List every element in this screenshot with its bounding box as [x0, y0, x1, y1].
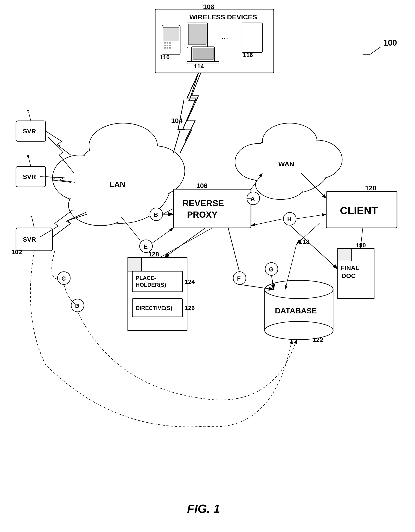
svg-line-131: [189, 73, 198, 100]
svg-rect-7: [164, 45, 166, 46]
svg-rect-16: [188, 24, 206, 45]
svg-text:PLACE-: PLACE-: [136, 275, 156, 281]
svg-text:120: 120: [365, 184, 376, 192]
svg-line-39: [29, 112, 31, 121]
svg-rect-12: [169, 47, 171, 48]
svg-line-43: [29, 157, 31, 166]
svg-point-35: [69, 186, 131, 225]
svg-rect-10: [164, 47, 166, 48]
svg-rect-19: [193, 48, 213, 60]
svg-text:122: 122: [313, 336, 323, 343]
svg-text:114: 114: [194, 63, 204, 70]
svg-line-124: [152, 228, 173, 243]
svg-text:DATABASE: DATABASE: [275, 306, 317, 315]
svg-text:126: 126: [185, 304, 195, 311]
svg-text:HOLDER(S): HOLDER(S): [136, 282, 166, 288]
svg-text:E: E: [144, 243, 148, 250]
svg-marker-84: [128, 257, 141, 271]
svg-rect-11: [167, 47, 168, 48]
ref-100: 100: [383, 38, 397, 48]
diagram-container: 100 WIRELESS DEVICES 108 110 112 114 ...: [0, 0, 415, 532]
svg-line-116: [163, 209, 173, 214]
svg-rect-3: [163, 27, 179, 41]
svg-point-48: [30, 216, 32, 218]
svg-rect-8: [167, 45, 168, 46]
svg-text:SVR: SVR: [23, 128, 36, 135]
svg-text:F: F: [237, 275, 241, 282]
svg-line-0: [370, 47, 381, 55]
svg-text:H: H: [287, 216, 292, 223]
wireless-devices-label: WIRELESS DEVICES: [189, 13, 257, 21]
svg-text:104: 104: [171, 117, 183, 124]
svg-line-115: [164, 228, 205, 257]
svg-rect-5: [167, 42, 168, 44]
svg-text:110: 110: [160, 54, 169, 61]
svg-text:REVERSE: REVERSE: [183, 199, 224, 208]
svg-point-40: [27, 110, 29, 112]
svg-text:G: G: [269, 266, 274, 273]
svg-line-120: [296, 214, 326, 219]
svg-line-135: [173, 129, 180, 153]
svg-text:B: B: [154, 211, 158, 218]
svg-line-47: [32, 218, 34, 228]
svg-text:FINAL: FINAL: [341, 264, 359, 271]
svg-text:D: D: [75, 303, 79, 309]
svg-text:C: C: [61, 275, 66, 282]
svg-text:128: 128: [148, 251, 159, 258]
svg-rect-6: [169, 42, 171, 44]
figure-label: FIG. 1: [187, 502, 220, 515]
svg-rect-4: [164, 42, 166, 44]
svg-point-44: [27, 155, 29, 157]
svg-rect-86: [132, 271, 183, 292]
svg-text:124: 124: [185, 278, 195, 285]
svg-point-80: [265, 280, 333, 299]
svg-marker-94: [338, 248, 351, 261]
svg-rect-50: [173, 189, 251, 228]
svg-point-63: [257, 171, 305, 198]
svg-line-133: [178, 100, 184, 130]
svg-text:106: 106: [196, 182, 208, 190]
svg-text:PROXY: PROXY: [187, 210, 217, 219]
svg-line-111: [228, 228, 239, 272]
svg-line-117: [160, 228, 212, 257]
svg-text:LAN: LAN: [109, 180, 126, 189]
svg-line-113: [290, 225, 338, 269]
svg-text:WAN: WAN: [278, 160, 294, 168]
svg-rect-23: [242, 23, 262, 52]
svg-text:102: 102: [11, 248, 22, 256]
svg-text:DOC: DOC: [342, 272, 356, 279]
svg-rect-9: [169, 45, 171, 46]
svg-text:DIRECTIVE(S): DIRECTIVE(S): [136, 305, 172, 311]
svg-line-119: [251, 219, 283, 226]
svg-point-62: [293, 141, 341, 178]
svg-text:SVR: SVR: [23, 173, 36, 180]
svg-point-34: [127, 147, 184, 195]
svg-text:...: ...: [221, 31, 228, 41]
svg-text:116: 116: [243, 51, 253, 58]
svg-text:CLIENT: CLIENT: [340, 205, 378, 217]
ref-108: 108: [203, 3, 215, 10]
svg-text:SVR: SVR: [23, 236, 36, 243]
